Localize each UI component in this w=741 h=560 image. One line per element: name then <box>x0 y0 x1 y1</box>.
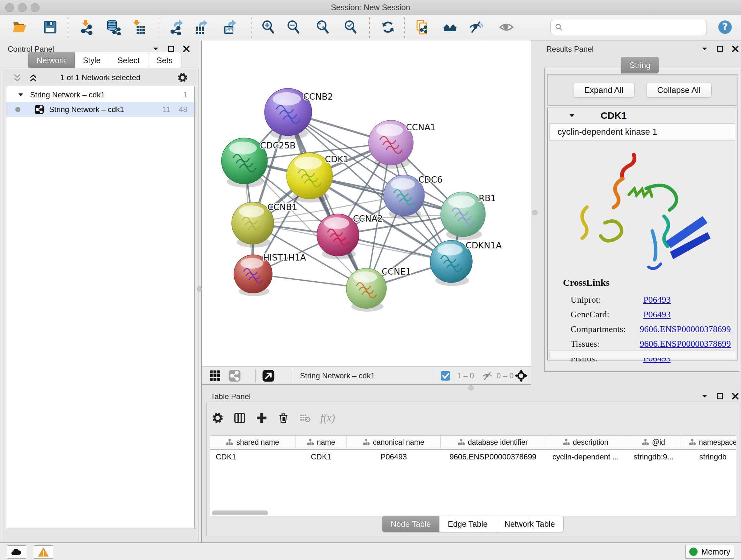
home-networks-icon[interactable] <box>442 19 458 35</box>
pan-move-icon[interactable] <box>515 367 528 384</box>
hide-eye-icon[interactable] <box>468 19 484 35</box>
table-panel-title: Table Panel <box>211 392 251 401</box>
hidden-eye-icon[interactable] <box>481 367 493 384</box>
panel-close-icon[interactable] <box>731 45 739 53</box>
create-column-icon[interactable] <box>255 412 268 424</box>
import-network-icon[interactable] <box>78 19 94 35</box>
crosslink-link[interactable]: P06493 <box>643 295 671 305</box>
panel-float-icon[interactable] <box>701 392 709 400</box>
tab-node-table[interactable]: Node Table <box>382 516 440 532</box>
left-splitter-handle[interactable] <box>197 287 202 292</box>
panel-maximize-icon[interactable] <box>716 45 724 53</box>
network-node-CCNB1[interactable]: CCNB1 <box>232 202 297 248</box>
tab-string[interactable]: String <box>621 57 659 73</box>
search-input[interactable] <box>563 21 706 34</box>
column-header-name[interactable]: name <box>295 435 347 449</box>
expand-all-button[interactable]: Expand All <box>573 83 635 98</box>
table-panel-tabs: Node TableEdge TableNetwork Table <box>382 516 563 532</box>
entry-collapse-triangle-icon[interactable] <box>568 112 576 119</box>
panel-maximize-icon[interactable] <box>716 392 724 400</box>
right-splitter-handle[interactable] <box>532 210 537 215</box>
table-row[interactable]: CDK1CDK1P064939606.ENSP00000378699cyclin… <box>210 449 736 464</box>
help-icon[interactable]: ? <box>718 19 733 35</box>
tab-network[interactable]: Network <box>28 52 75 69</box>
zoom-in-icon[interactable] <box>261 19 276 35</box>
node-table: shared namenamecanonical namedatabase id… <box>210 435 736 517</box>
entry-scrollbar[interactable] <box>549 351 735 358</box>
import-database-icon[interactable] <box>106 19 121 35</box>
tab-style[interactable]: Style <box>75 52 110 69</box>
show-eye-icon[interactable] <box>499 19 514 35</box>
crosslink-link[interactable]: 9606.ENSP00000378699 <box>640 324 731 334</box>
table-cell[interactable]: stringdb:9... <box>626 449 681 464</box>
table-settings-gear-icon[interactable] <box>211 412 224 424</box>
tab-sets[interactable]: Sets <box>148 52 181 69</box>
bottom-splitter-handle[interactable] <box>468 385 474 390</box>
network-canvas[interactable]: CCNB2CCNA1CDC25BCDK1CDC6RB1CCNB1CCNA2CDK… <box>202 41 531 367</box>
tab-select[interactable]: Select <box>109 52 148 69</box>
results-panel-tabs: String <box>621 57 659 73</box>
panel-float-icon[interactable] <box>701 45 709 53</box>
collapse-all-button[interactable]: Collapse All <box>646 83 712 98</box>
column-label: shared name <box>236 438 279 447</box>
delete-column-icon[interactable] <box>277 412 290 424</box>
network-node-CDC25B[interactable]: CDC25B <box>221 138 295 188</box>
network-node-CCNA1[interactable]: CCNA1 <box>368 120 436 169</box>
panel-close-icon[interactable] <box>183 45 190 53</box>
network-collection-row[interactable]: String Network – cdk1 1 <box>6 87 194 102</box>
table-cell[interactable]: stringdb <box>681 449 736 464</box>
panel-float-icon[interactable] <box>152 45 159 53</box>
crosslink-link[interactable]: 9606.ENSP00000378699 <box>640 339 731 349</box>
footer-separator <box>477 369 477 382</box>
column-header-database-identifier[interactable]: database identifier <box>441 435 545 449</box>
network-share-toggle-icon[interactable] <box>228 367 241 384</box>
copy-network-icon[interactable] <box>414 19 430 35</box>
zoom-out-icon[interactable] <box>286 19 301 35</box>
table-cell[interactable]: P06493 <box>347 449 441 464</box>
network-node-RB1[interactable]: RB1 <box>441 192 496 240</box>
export-network-icon[interactable] <box>170 19 185 35</box>
column-header-description[interactable]: description <box>545 435 626 449</box>
string-network-graph[interactable]: CCNB2CCNA1CDC25BCDK1CDC6RB1CCNB1CCNA2CDK… <box>202 41 531 367</box>
table-cell[interactable]: 9606.ENSP00000378699 <box>441 449 545 464</box>
column-header-canonical-name[interactable]: canonical name <box>347 435 441 449</box>
network-node-CDKN1A[interactable]: CDKN1A <box>430 240 502 286</box>
tab-edge-table[interactable]: Edge Table <box>440 516 496 532</box>
open-in-window-icon[interactable] <box>262 367 275 384</box>
table-cell[interactable]: CDK1 <box>210 449 295 464</box>
import-table-icon[interactable] <box>131 19 147 35</box>
column-header-namespace[interactable]: namespace <box>681 435 736 449</box>
panel-close-icon[interactable] <box>731 392 739 400</box>
gene-name: CDK1 <box>601 110 627 121</box>
export-image-icon[interactable] <box>223 19 238 35</box>
network-node-CCNE1[interactable]: CCNE1 <box>346 266 411 312</box>
panel-maximize-icon[interactable] <box>167 45 175 53</box>
collapse-triangle-icon[interactable] <box>17 91 24 98</box>
network-options-gear-icon[interactable] <box>177 72 188 83</box>
table-horizontal-scrollbar[interactable] <box>212 510 268 515</box>
collection-label: String Network – cdk1 <box>30 90 105 99</box>
refresh-icon[interactable] <box>381 19 396 35</box>
zoom-fit-icon[interactable] <box>315 19 331 35</box>
crosslink-link[interactable]: P06493 <box>643 309 671 320</box>
show-columns-icon[interactable] <box>233 411 246 425</box>
warnings-button[interactable] <box>34 545 53 559</box>
column-header-shared-name[interactable]: shared name <box>210 435 295 449</box>
birds-eye-grid-icon[interactable] <box>209 367 221 384</box>
svg-text:?: ? <box>722 21 728 32</box>
network-row[interactable]: String Network – cdk1 11 48 <box>6 102 194 117</box>
network-label: String Network – cdk1 <box>49 105 124 114</box>
column-header-id[interactable]: @id <box>626 435 681 449</box>
zoom-selected-icon[interactable] <box>343 19 358 35</box>
memory-button[interactable]: Memory <box>685 545 734 559</box>
tab-network-table[interactable]: Network Table <box>496 516 563 532</box>
table-cell[interactable]: CDK1 <box>295 449 347 464</box>
export-table-icon[interactable] <box>194 19 210 35</box>
open-session-icon[interactable] <box>12 19 27 35</box>
network-node-HIST1H1A[interactable]: HIST1H1A <box>234 253 307 296</box>
table-cell[interactable]: cyclin-dependent ... <box>545 449 626 464</box>
save-session-icon[interactable] <box>43 19 58 35</box>
selected-checkbox[interactable] <box>441 367 451 384</box>
cloud-button[interactable] <box>7 545 26 559</box>
cdk1-entry-header[interactable]: CDK1 <box>548 108 737 123</box>
